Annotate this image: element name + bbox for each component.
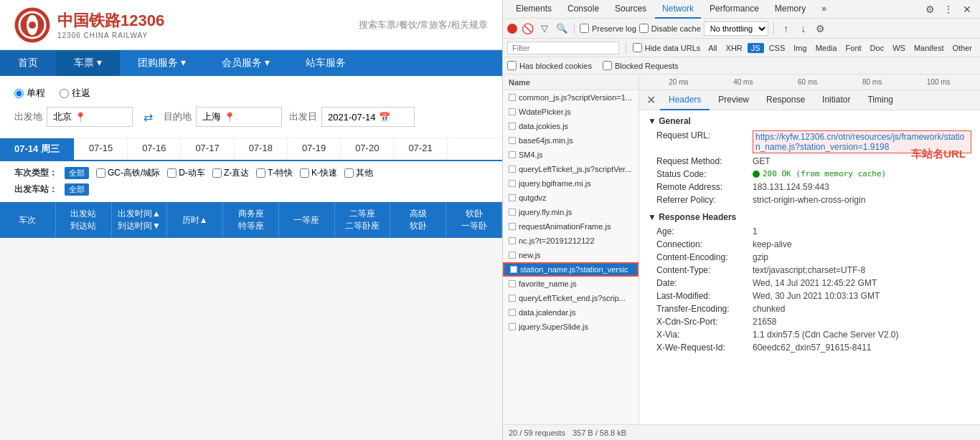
preserve-log-check[interactable]: Preserve log [580,24,636,33]
throttle-select[interactable]: No throttling [704,21,768,36]
date-tab-5[interactable]: 07-19 [288,138,341,160]
type-other[interactable]: Other [948,43,976,53]
disable-cache-check[interactable]: Disable cache [639,24,701,33]
type-img[interactable]: Img [790,43,810,53]
network-toolbar: 🚫 ▽ 🔍 Preserve log Disable cache No thro… [503,19,980,39]
file-item-2[interactable]: data.jcokies.js [503,119,639,133]
tab-performance[interactable]: Performance [702,0,766,19]
file-list-panel: common_js.js?scriptVersion=1... WdatePic… [503,90,639,424]
import-icon[interactable]: ↑ [779,21,793,36]
nav-member[interactable]: 会员服务 ▾ [204,50,288,76]
file-item-8[interactable]: jquery.fly.min.js [503,205,639,219]
type-xhr[interactable]: XHR [722,43,746,53]
to-input[interactable]: 上海 📍 [196,107,282,127]
file-item-11[interactable]: new.js [503,248,639,262]
remote-address-row: Remote Address: 183.131.124.59:443 [648,181,971,193]
settings-icon[interactable]: ⚙ [923,2,937,16]
gc-check[interactable]: GC-高铁/城际 [96,167,160,179]
general-title[interactable]: ▼ General [648,116,971,126]
round-trip-radio[interactable]: 往返 [60,87,90,100]
close-detail-button[interactable]: ✕ [642,93,660,107]
detail-tab-headers[interactable]: Headers [660,90,710,110]
th-duration[interactable]: 历时▲ [167,202,223,238]
type-js[interactable]: JS [748,43,764,53]
export-icon[interactable]: ↓ [796,21,811,36]
type-doc[interactable]: Doc [867,43,888,53]
file-item-10[interactable]: nc.js?t=20191212122 [503,234,639,248]
file-item-13[interactable]: favorite_name.js [503,277,639,291]
file-item-12[interactable]: station_name.js?station_versic [503,262,639,277]
detail-tab-response[interactable]: Response [758,90,814,110]
date-tab-1[interactable]: 07-15 [75,138,128,160]
filter-bar: Hide data URLs All XHR JS CSS Img Media … [503,39,980,57]
all-trains-badge[interactable]: 全部 [65,167,89,179]
nav-home[interactable]: 首页 [0,50,56,76]
to-group: 目的地 上海 📍 [164,107,282,127]
file-item-15[interactable]: data.jcalendar.js [503,305,639,320]
other-check[interactable]: 其他 [344,167,373,179]
file-item-1[interactable]: WdatePicker.js [503,105,639,119]
date-input[interactable]: 2021-07-14 📅 [321,107,415,127]
close-devtools-icon[interactable]: ✕ [960,2,974,16]
filter-toggle-button[interactable]: ▽ [537,21,552,36]
nav-station[interactable]: 站车服务 [288,50,364,76]
from-label: 出发地 [14,110,42,123]
status-code-value: 200 OK (from memory cache) [763,169,886,178]
swap-button[interactable]: ⇄ [140,110,156,124]
date-tab-6[interactable]: 07-20 [341,138,394,160]
blocked-requests-check[interactable]: Blocked Requests [603,61,679,70]
detail-tab-preview[interactable]: Preview [710,90,758,110]
response-headers-title[interactable]: ▼ Response Headers [648,212,971,222]
file-item-0[interactable]: common_js.js?scriptVersion=1... [503,90,639,105]
detail-tab-initiator[interactable]: Initiator [814,90,859,110]
type-css[interactable]: CSS [765,43,789,53]
tab-more[interactable]: » [814,0,834,19]
response-headers-section: ▼ Response Headers Age: 1 Connection: ke… [648,212,971,354]
tab-elements[interactable]: Elements [509,0,559,19]
clear-button[interactable]: 🚫 [520,21,534,36]
date-tab-2[interactable]: 07-16 [128,138,181,160]
more-options-icon[interactable]: ⋮ [941,2,956,16]
file-item-3[interactable]: base64js.min.js [503,133,639,148]
type-all[interactable]: All [705,43,720,53]
type-font[interactable]: Font [842,43,865,53]
file-item-16[interactable]: jquery.SuperSlide.js [503,320,639,334]
file-item-4[interactable]: SM4.js [503,148,639,162]
file-item-14[interactable]: queryLeftTicket_end.js?scrip... [503,291,639,305]
record-button[interactable] [507,24,517,34]
type-ws[interactable]: WS [889,43,909,53]
detail-tab-timing[interactable]: Timing [859,90,902,110]
tab-console[interactable]: Console [560,0,606,19]
file-list-scroll[interactable]: common_js.js?scriptVersion=1... WdatePic… [503,90,639,424]
date-tab-7[interactable]: 07-21 [394,138,447,160]
search-button[interactable]: 🔍 [555,21,569,36]
date-tab-0[interactable]: 07-14 周三 [0,138,75,160]
date-tab-3[interactable]: 07-17 [181,138,234,160]
th-time[interactable]: 出发时间▲到达时间▼ [112,202,168,238]
t-check[interactable]: T-特快 [256,167,293,179]
k-check[interactable]: K-快速 [300,167,337,179]
tab-network[interactable]: Network [655,0,701,19]
type-media[interactable]: Media [812,43,841,53]
from-input[interactable]: 北京 📍 [47,107,133,127]
file-item-5[interactable]: queryLeftTicket_js.js?scriptVer... [503,162,639,176]
date-tab-4[interactable]: 07-18 [235,138,288,160]
has-blocked-cookies-check[interactable]: Has blocked cookies [507,61,592,70]
z-check[interactable]: Z-直达 [212,167,249,179]
file-item-6[interactable]: jquery.bgiframe.mi.js [503,176,639,191]
d-check[interactable]: D-动车 [167,167,205,179]
station-label: 出发车站： [14,183,57,196]
type-manifest[interactable]: Manifest [910,43,948,53]
settings-network-icon[interactable]: ⚙ [814,21,828,36]
nav-group[interactable]: 团购服务 ▾ [120,50,204,76]
nav-tickets[interactable]: 车票 ▾ [56,50,120,76]
file-item-7[interactable]: qutgdvz [503,191,639,205]
file-item-9[interactable]: requestAnimationFrame.js [503,219,639,234]
tab-memory[interactable]: Memory [768,0,813,19]
tab-sources[interactable]: Sources [608,0,654,19]
file-name-4: SM4.js [519,150,543,159]
filter-input[interactable] [507,42,619,54]
all-stations-badge[interactable]: 全部 [65,183,89,196]
one-way-radio[interactable]: 单程 [14,87,45,100]
hide-data-urls-check[interactable]: Hide data URLs [633,43,701,52]
